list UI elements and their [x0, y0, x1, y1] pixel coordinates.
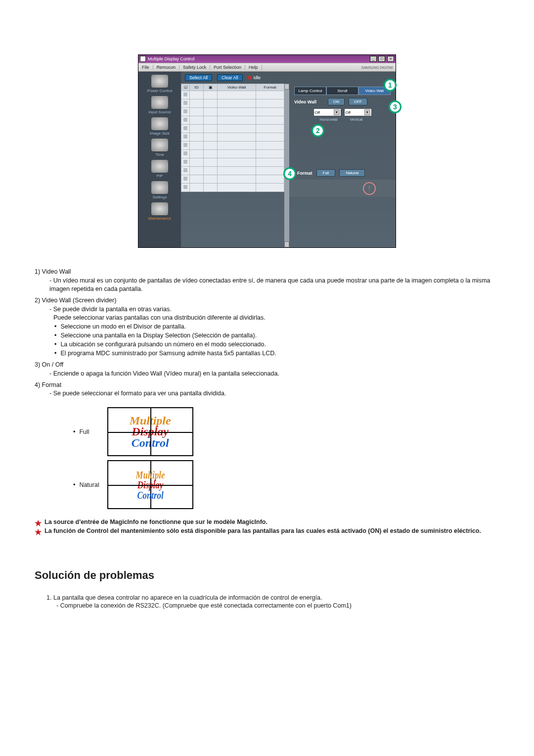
note-3-title: 3) On / Off — [35, 361, 499, 369]
note-1-line: - Un vídeo mural es un conjunto de panta… — [49, 277, 499, 293]
note-2-title: 2) Video Wall (Screen divider) — [35, 296, 499, 305]
natural-format-illustration: MultipleDisplayControl — [107, 460, 193, 509]
maintenance-icon — [151, 202, 168, 215]
table-row[interactable] — [181, 150, 284, 158]
format-natural-label: Natural — [69, 458, 103, 511]
pip-icon — [151, 160, 168, 173]
sidebar: Power Control Input Source Image Size Ti… — [138, 72, 181, 247]
table-row[interactable] — [181, 99, 284, 108]
horizontal-sublabel: Horizontal — [316, 117, 341, 122]
table-row[interactable] — [181, 142, 284, 150]
table-row[interactable] — [181, 116, 284, 125]
note-2-bullet: La ubicación se configurará pulsando un … — [54, 340, 499, 349]
note-2a: - Se puede dividir la pantalla en otras … — [49, 305, 499, 314]
scroll-down-icon[interactable] — [284, 241, 289, 247]
col-check[interactable]: ☑ — [181, 84, 190, 91]
callout-badge-1: 1 — [384, 79, 397, 92]
clear-all-button[interactable]: Clear All — [217, 74, 243, 81]
col-format: Format — [256, 84, 284, 91]
note-2-bullet: Seleccione un modo en el Divisor de pant… — [54, 323, 499, 331]
table-row[interactable] — [181, 133, 284, 142]
menu-help[interactable]: Help — [245, 65, 262, 70]
close-button[interactable]: × — [387, 56, 394, 62]
vertical-sublabel: Vertical — [344, 117, 369, 122]
note-3-line: - Enciende o apaga la función Video Wall… — [49, 370, 499, 378]
input-source-icon — [151, 96, 168, 109]
table-row[interactable] — [181, 184, 284, 192]
sidebar-item-pip[interactable]: PIP — [151, 160, 168, 178]
warning-icon: ! — [363, 182, 376, 195]
menu-port-selection[interactable]: Port Selection — [210, 65, 245, 70]
minimize-button[interactable]: _ — [370, 56, 377, 62]
format-label: Format — [297, 171, 312, 176]
idle-status: Idle — [248, 75, 261, 80]
sidebar-item-settings[interactable]: Settings — [151, 181, 168, 199]
note-2b: Puede seleccionar varias pantallas con u… — [53, 314, 499, 322]
scroll-up-icon[interactable] — [284, 84, 289, 90]
full-format-illustration: MultipleDisplayControl — [107, 407, 193, 456]
grid-scrollbar[interactable] — [284, 84, 289, 247]
image-size-icon — [151, 117, 168, 130]
video-wall-label: Video Wall — [294, 99, 324, 104]
note-4-line: - Se puede seleccionar el formato para v… — [49, 389, 499, 398]
horizontal-select[interactable]: Off▾ — [313, 108, 341, 116]
troubleshooting-list: La pantalla que desea controlar no apare… — [44, 594, 499, 609]
menu-file[interactable]: File — [138, 65, 153, 70]
sidebar-item-maintenance[interactable]: Maintenance — [148, 202, 171, 221]
sidebar-item-time[interactable]: Time — [151, 139, 168, 157]
table-row[interactable] — [181, 175, 284, 184]
select-all-button[interactable]: Select All — [185, 74, 212, 81]
table-row[interactable] — [181, 158, 284, 167]
section-heading-troubleshooting: Solución de problemas — [35, 569, 499, 582]
trouble-item-1: La pantalla que desea controlar no apare… — [53, 594, 499, 609]
app-icon — [140, 56, 146, 62]
star-icon: ★ — [35, 519, 42, 528]
vertical-select[interactable]: Off▾ — [344, 108, 372, 116]
time-icon — [151, 139, 168, 151]
col-id: ID — [190, 84, 204, 91]
note-4-title: 4) Format — [35, 381, 499, 389]
note-2-bullet: El programa MDC suministrado por Samsung… — [54, 349, 499, 358]
off-button[interactable]: OFF — [349, 98, 367, 105]
on-button[interactable]: ON — [328, 98, 345, 105]
note-1-title: 1) Video Wall — [35, 268, 499, 276]
notes-section: 1) Video Wall - Un vídeo mural es un con… — [35, 268, 499, 398]
format-natural-button[interactable]: Natural — [339, 169, 365, 177]
sidebar-item-input-source[interactable]: Input Source — [148, 96, 171, 114]
table-row[interactable] — [181, 108, 284, 116]
tab-lamp-control[interactable]: Lamp Control — [294, 87, 326, 95]
window-title: Multiple Display Control — [148, 56, 195, 61]
note-2-bullet: Seleccione una pantalla en la Display Se… — [54, 331, 499, 340]
trouble-item-1a: - Compruebe la conexión de RS232C. (Comp… — [56, 602, 499, 609]
callout-badge-3: 3 — [389, 100, 401, 113]
menu-remocon[interactable]: Remocon — [153, 65, 180, 70]
chevron-down-icon: ▾ — [334, 109, 340, 115]
toolbar: Select All Clear All Idle — [181, 72, 396, 84]
sidebar-item-image-size[interactable]: Image Size — [150, 117, 170, 136]
col-video-wall: Video Wall — [218, 84, 256, 91]
col-state: ▣ — [204, 84, 218, 91]
tab-scroll[interactable]: Scroll — [326, 87, 358, 95]
settings-panel: Lamp Control Scroll Video Wall 1 Video W… — [289, 84, 396, 247]
table-row[interactable] — [181, 125, 284, 133]
window-titlebar: Multiple Display Control _ □ × — [138, 55, 396, 63]
idle-dot-icon — [248, 76, 252, 80]
star-note-2: ★ La función de Control del mantenimient… — [35, 527, 499, 534]
table-row[interactable] — [181, 91, 284, 99]
brand-label: SAMSUNG DIGITAll — [358, 66, 396, 69]
format-full-button[interactable]: Full — [316, 169, 336, 177]
callout-badge-2: 2 — [312, 124, 324, 137]
maximize-button[interactable]: □ — [378, 56, 385, 62]
window-buttons: _ □ × — [369, 56, 394, 62]
format-full-label: Full — [69, 405, 103, 458]
settings-icon — [151, 181, 168, 194]
star-icon: ★ — [35, 527, 42, 537]
mdc-application-window: Multiple Display Control _ □ × File Remo… — [138, 54, 396, 248]
star-note-1: ★ La source d'entrée de MagicInfo ne fon… — [35, 519, 499, 525]
display-grid: ☑ ID ▣ Video Wall Format — [181, 84, 284, 247]
callout-badge-4: 4 — [283, 167, 296, 180]
power-icon — [151, 75, 168, 88]
sidebar-item-power-control[interactable]: Power Control — [147, 75, 173, 93]
table-row[interactable] — [181, 167, 284, 175]
menu-safety-lock[interactable]: Safety Lock — [179, 65, 210, 70]
